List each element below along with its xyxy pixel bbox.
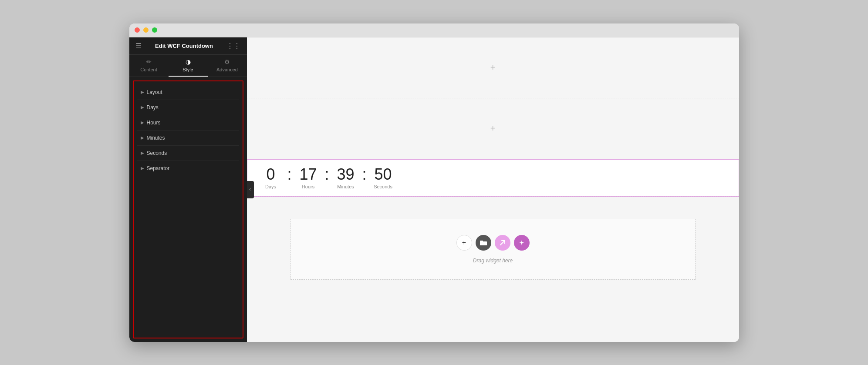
countdown-minutes-label: Minutes <box>337 184 354 189</box>
panel-separator[interactable]: ▶ Separator <box>137 161 239 176</box>
content-tab-label: Content <box>140 67 157 72</box>
minimize-button[interactable] <box>143 27 149 33</box>
title-bar <box>129 23 739 37</box>
days-arrow-icon: ▶ <box>141 105 144 110</box>
countdown-seconds-value: 50 <box>375 167 392 182</box>
main-content: + + 0 Days : <box>247 37 739 342</box>
panel-days[interactable]: ▶ Days <box>137 100 239 115</box>
canvas-section-2: + <box>247 98 739 159</box>
panel-minutes[interactable]: ▶ Minutes <box>137 131 239 146</box>
hamburger-icon[interactable]: ☰ <box>135 42 142 50</box>
drag-area-wrapper: + <box>247 197 739 342</box>
hours-arrow-icon: ▶ <box>141 120 144 125</box>
countdown-days-unit: 0 Days <box>258 167 284 189</box>
panel-minutes-label: Minutes <box>147 135 165 141</box>
panel-seconds[interactable]: ▶ Seconds <box>137 146 239 161</box>
add-section-2-button[interactable]: + <box>490 124 496 134</box>
panel-layout[interactable]: ▶ Layout <box>137 85 239 100</box>
svg-rect-1 <box>480 241 483 242</box>
maximize-button[interactable] <box>152 27 157 33</box>
panel-separator-label: Separator <box>147 165 170 171</box>
app-body: ☰ Edit WCF Countdown ⋮⋮ ✏ Content ◑ Styl… <box>129 37 739 342</box>
advanced-tab-label: Advanced <box>216 67 238 72</box>
sidebar-panels: ▶ Layout ▶ Days ▶ Hours ▶ Minutes ▶ Se <box>133 80 243 338</box>
add-section-1-button[interactable]: + <box>490 63 496 73</box>
folder-button[interactable] <box>476 235 491 251</box>
sidebar: ☰ Edit WCF Countdown ⋮⋮ ✏ Content ◑ Styl… <box>129 37 247 342</box>
countdown-days-label: Days <box>265 184 276 189</box>
countdown-minutes-unit: 39 Minutes <box>333 167 359 189</box>
countdown-minutes-value: 39 <box>337 167 355 182</box>
drag-widget-buttons: + <box>456 235 530 251</box>
drag-area: + <box>290 219 696 280</box>
countdown-days-value: 0 <box>266 167 275 182</box>
tab-advanced[interactable]: ⚙ Advanced <box>208 55 247 77</box>
countdown-sep-1: : <box>284 167 295 182</box>
panel-days-label: Days <box>147 104 159 111</box>
countdown-sep-2: : <box>321 167 333 182</box>
sidebar-header: ☰ Edit WCF Countdown ⋮⋮ <box>129 37 247 55</box>
countdown-seconds-label: Seconds <box>374 184 392 189</box>
countdown-sep-3: : <box>359 167 370 182</box>
countdown-hours-unit: 17 Hours <box>295 167 321 189</box>
panel-hours[interactable]: ▶ Hours <box>137 115 239 131</box>
drag-widget-text: Drag widget here <box>473 258 513 264</box>
style-tab-icon: ◑ <box>186 58 191 65</box>
arrow-button[interactable] <box>495 235 510 251</box>
sparkle-button[interactable] <box>514 235 530 251</box>
content-tab-icon: ✏ <box>146 58 152 65</box>
style-tab-label: Style <box>182 67 193 72</box>
minutes-arrow-icon: ▶ <box>141 135 144 140</box>
close-button[interactable] <box>135 27 140 33</box>
countdown-display: 0 Days : 17 Hours : 39 Minutes <box>247 160 739 196</box>
panel-seconds-label: Seconds <box>147 150 167 156</box>
sidebar-title: Edit WCF Countdown <box>155 43 213 49</box>
grid-icon[interactable]: ⋮⋮ <box>226 42 240 50</box>
tab-style[interactable]: ◑ Style <box>169 55 208 77</box>
sidebar-tabs: ✏ Content ◑ Style ⚙ Advanced <box>129 55 247 77</box>
tab-content[interactable]: ✏ Content <box>129 55 169 77</box>
collapse-sidebar-button[interactable]: < <box>247 181 254 198</box>
svg-rect-0 <box>480 241 487 245</box>
mac-window: ☰ Edit WCF Countdown ⋮⋮ ✏ Content ◑ Styl… <box>129 23 739 342</box>
add-widget-button[interactable]: + <box>456 235 472 251</box>
countdown-hours-label: Hours <box>302 184 314 189</box>
layout-arrow-icon: ▶ <box>141 90 144 94</box>
canvas-area: + + 0 Days : <box>247 37 739 342</box>
panel-hours-label: Hours <box>147 120 161 126</box>
seconds-arrow-icon: ▶ <box>141 151 144 155</box>
panel-layout-label: Layout <box>147 89 162 95</box>
countdown-hours-value: 17 <box>299 167 317 182</box>
advanced-tab-icon: ⚙ <box>224 58 230 65</box>
separator-arrow-icon: ▶ <box>141 166 144 171</box>
canvas-section-3: 0 Days : 17 Hours : 39 Minutes <box>247 159 739 197</box>
countdown-seconds-unit: 50 Seconds <box>370 167 396 189</box>
countdown-widget[interactable]: 0 Days : 17 Hours : 39 Minutes <box>247 159 739 197</box>
canvas-section-1: + <box>247 37 739 98</box>
